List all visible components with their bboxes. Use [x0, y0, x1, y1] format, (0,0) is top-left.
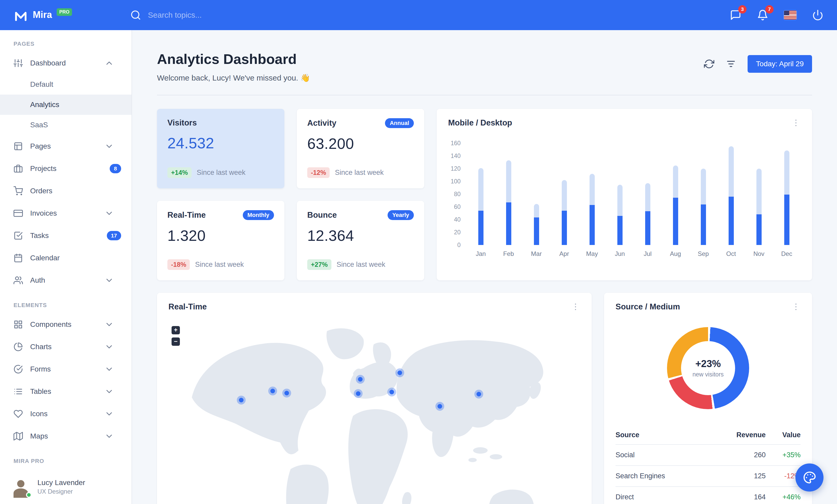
bar-column: Sep [689, 143, 717, 258]
x-tick-label: Oct [726, 250, 736, 258]
topbar-actions: 3 7 [730, 10, 823, 21]
credit-card-icon [14, 209, 23, 218]
sidebar-item-label: Maps [30, 432, 48, 440]
cell-source: Direct [616, 487, 710, 504]
pro-badge: PRO [57, 8, 72, 16]
shopping-cart-icon [14, 186, 23, 195]
source-medium-card: Source / Medium +23% new visitors Source… [604, 293, 812, 504]
sidebar-item-dashboard[interactable]: Dashboard [0, 52, 131, 74]
stat-period-badge[interactable]: Annual [385, 118, 414, 128]
notifications-button[interactable]: 7 [757, 10, 768, 21]
x-tick-label: Jun [615, 250, 625, 258]
sidebar-item-label: Projects [30, 165, 56, 173]
mira-logo-icon [14, 9, 28, 22]
sidebar-item-icons[interactable]: Icons [0, 403, 131, 425]
stat-value: 12.364 [307, 227, 414, 244]
sidebar-item-maps[interactable]: Maps [0, 425, 131, 447]
stacked-bar [784, 150, 789, 245]
topbar-search [130, 10, 730, 20]
stat-delta-badge: +14% [167, 167, 192, 178]
stat-caption: Since last week [195, 261, 244, 268]
refresh-icon[interactable] [704, 59, 714, 69]
zoom-out-button[interactable]: − [172, 337, 180, 346]
sidebar-item-label: Pages [30, 142, 51, 150]
x-tick-label: Sep [698, 250, 709, 258]
sidebar-item-label: Components [30, 320, 71, 329]
bar-column: Apr [550, 143, 578, 258]
stat-caption: Since last week [337, 261, 386, 268]
sidebar-item-components[interactable]: Components [0, 313, 131, 336]
heart-icon [14, 409, 23, 418]
language-flag-us[interactable] [784, 11, 797, 19]
sidebar-item-invoices[interactable]: Invoices [0, 202, 131, 224]
table-row: Search Engines125-12% [616, 466, 801, 487]
stacked-bar [506, 160, 511, 245]
check-circle-icon [14, 365, 23, 374]
stat-period-badge[interactable]: Yearly [388, 210, 414, 220]
stat-card-visitors: Visitors 24.532 +14% Since last week [157, 109, 284, 188]
sidebar-item-forms[interactable]: Forms [0, 358, 131, 380]
sidebar-item-label: Forms [30, 365, 51, 373]
bar-column: Jan [467, 143, 495, 258]
brand[interactable]: Mira PRO [14, 8, 72, 22]
sidebar-item-charts[interactable]: Charts [0, 336, 131, 358]
bar-column: Feb [495, 143, 522, 258]
donut-center-value: +23% [695, 358, 721, 369]
sidebar-item-tasks[interactable]: Tasks17 [0, 224, 131, 247]
sidebar-item-pages[interactable]: Pages [0, 135, 131, 157]
y-tick-label: 20 [454, 229, 461, 236]
cell-source: Social [616, 445, 710, 466]
sidebar-subitem-saas[interactable]: SaaS [0, 115, 131, 135]
x-tick-label: Apr [559, 250, 569, 258]
sidebar-item-auth[interactable]: Auth [0, 269, 131, 292]
online-status-dot [26, 492, 32, 498]
sidebar-subitem-default[interactable]: Default [0, 74, 131, 95]
sidebar-item-label: Orders [30, 187, 53, 195]
world-map[interactable]: + − [168, 318, 580, 504]
sidebar-item-tables[interactable]: Tables [0, 380, 131, 403]
more-vertical-icon[interactable] [791, 118, 801, 128]
stacked-bar [673, 166, 678, 245]
today-button[interactable]: Today: April 29 [748, 55, 812, 73]
stat-card-realtime: Real-Time Monthly 1.320 -18% Since last … [157, 201, 284, 280]
chevron-down-icon [105, 409, 114, 418]
bar-column: Mar [522, 143, 550, 258]
sidebar-subitem-analytics[interactable]: Analytics [0, 95, 131, 115]
chevron-down-icon [105, 142, 114, 151]
x-tick-label: Nov [753, 250, 765, 258]
stat-period-badge[interactable]: Monthly [243, 210, 274, 220]
theme-settings-fab[interactable] [796, 464, 823, 491]
header-divider [157, 95, 812, 95]
header-actions: Today: April 29 [704, 55, 812, 73]
search-input[interactable] [148, 11, 325, 19]
sidebar-count-badge: 17 [107, 231, 121, 240]
map-marker [356, 375, 365, 384]
more-vertical-icon[interactable] [791, 302, 801, 312]
y-tick-label: 140 [451, 152, 461, 160]
stacked-bar [534, 204, 539, 245]
brand-name: Mira [33, 10, 52, 20]
filter-icon[interactable] [726, 59, 736, 69]
donut-center-label: new visitors [693, 371, 724, 378]
sidebar-item-label: Icons [30, 410, 48, 418]
messages-button[interactable]: 3 [730, 10, 741, 21]
stat-card-bounce: Bounce Yearly 12.364 +27% Since last wee… [297, 201, 424, 280]
zoom-in-button[interactable]: + [172, 326, 180, 334]
sidebar-item-orders[interactable]: Orders [0, 180, 131, 202]
stacked-bar [478, 168, 483, 245]
stacked-bar [729, 146, 734, 245]
sidebar-count-badge: 8 [110, 164, 121, 173]
more-vertical-icon[interactable] [571, 302, 580, 312]
notifications-count-badge: 7 [765, 5, 773, 14]
stat-delta-badge: -12% [307, 167, 330, 178]
sidebar-item-projects[interactable]: Projects8 [0, 157, 131, 180]
x-tick-label: Jan [476, 250, 486, 258]
sidebar-item-label: Auth [30, 276, 45, 284]
sidebar-item-calendar[interactable]: Calendar [0, 247, 131, 269]
sign-out-button[interactable] [812, 10, 823, 21]
stat-title: Real-Time [167, 210, 206, 220]
sidebar-user[interactable]: Lucy Lavender UX Designer [0, 470, 131, 504]
bar-column: Aug [661, 143, 689, 258]
stat-delta-badge: -18% [167, 259, 190, 270]
map-marker [282, 389, 291, 397]
